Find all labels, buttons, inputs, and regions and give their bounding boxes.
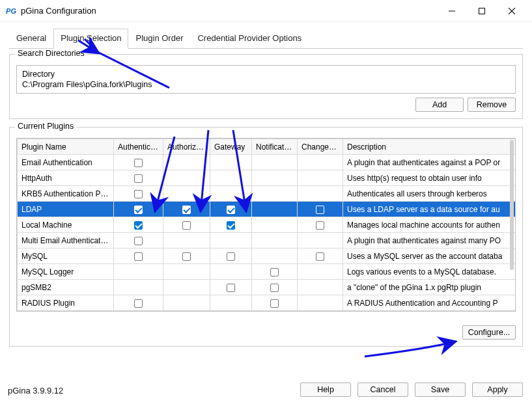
col-description[interactable]: Description [343,139,516,155]
col-change-password[interactable]: Change Password [298,139,343,155]
checkbox-cell[interactable] [163,202,210,217]
checkbox-cell[interactable] [114,264,163,280]
checkbox-cell[interactable] [163,155,210,170]
checkbox[interactable] [270,299,279,308]
checkbox-cell[interactable] [252,233,298,248]
checkbox[interactable] [316,206,324,214]
maximize-button[interactable] [467,1,497,21]
table-row[interactable]: LDAPUses a LDAP server as a data source … [18,202,516,217]
tab-credential-provider-options[interactable]: Credential Provider Options [190,29,309,49]
checkbox-cell[interactable] [298,295,343,311]
checkbox[interactable] [134,252,143,261]
checkbox-cell[interactable] [163,233,210,248]
save-button[interactable]: Save [415,382,466,397]
checkbox-cell[interactable] [163,170,210,186]
checkbox[interactable] [270,284,279,292]
checkbox-cell[interactable] [114,233,163,248]
vertical-scrollbar[interactable] [510,140,514,270]
checkbox-cell[interactable] [252,280,298,295]
checkbox[interactable] [134,174,143,183]
col-plugin-name[interactable]: Plugin Name [18,139,114,155]
checkbox[interactable] [227,252,235,261]
col-gateway[interactable]: Gateway [210,139,252,155]
col-notification[interactable]: Notification [252,139,298,155]
checkbox-cell[interactable] [252,186,298,202]
checkbox-cell[interactable] [252,202,298,217]
checkbox[interactable] [227,284,235,292]
checkbox-cell[interactable] [114,155,163,170]
checkbox[interactable] [134,190,143,198]
configure-button[interactable]: Configure... [462,325,516,340]
minimize-button[interactable] [437,1,467,21]
checkbox[interactable] [227,221,235,230]
checkbox-cell[interactable] [114,248,163,264]
checkbox-cell[interactable] [210,217,252,233]
col-authentication[interactable]: Authentication [114,139,163,155]
directory-list[interactable]: Directory C:\Program Files\pGina.fork\Pl… [16,65,516,94]
checkbox[interactable] [270,268,279,276]
checkbox-cell[interactable] [114,186,163,202]
checkbox-cell[interactable] [114,295,163,311]
cancel-button[interactable]: Cancel [357,382,408,397]
checkbox-cell[interactable] [163,280,210,295]
checkbox-cell[interactable] [114,170,163,186]
checkbox-cell[interactable] [298,155,343,170]
table-row[interactable]: MySQL LoggerLogs various events to a MyS… [18,264,516,280]
add-button[interactable]: Add [415,98,464,112]
checkbox[interactable] [134,237,143,245]
tab-general[interactable]: General [9,29,53,49]
checkbox-cell[interactable] [163,295,210,311]
checkbox[interactable] [134,159,143,167]
checkbox-cell[interactable] [210,295,252,311]
horizontal-scrollbar[interactable] [16,311,516,321]
checkbox[interactable] [134,299,143,308]
checkbox-cell[interactable] [210,233,252,248]
checkbox-cell[interactable] [210,248,252,264]
checkbox-cell[interactable] [298,186,343,202]
checkbox-cell[interactable] [114,280,163,295]
checkbox-cell[interactable] [210,155,252,170]
checkbox-cell[interactable] [163,217,210,233]
checkbox[interactable] [182,206,191,214]
checkbox[interactable] [227,206,235,214]
checkbox-cell[interactable] [252,248,298,264]
checkbox-cell[interactable] [252,295,298,311]
table-row[interactable]: HttpAuthUses http(s) request to obtain u… [18,170,516,186]
checkbox-cell[interactable] [210,186,252,202]
checkbox[interactable] [134,221,143,230]
checkbox-cell[interactable] [298,170,343,186]
checkbox-cell[interactable] [298,280,343,295]
close-button[interactable] [497,1,527,21]
table-row[interactable]: KRB5 Authentication PluginAuthenticates … [18,186,516,202]
checkbox-cell[interactable] [163,248,210,264]
checkbox-cell[interactable] [298,202,343,217]
checkbox-cell[interactable] [114,202,163,217]
remove-button[interactable]: Remove [468,98,516,112]
checkbox[interactable] [316,252,324,261]
table-row[interactable]: RADIUS PluginA RADIUS Authentication and… [18,295,516,311]
table-row[interactable]: MySQLUses a MySQL server as the account … [18,248,516,264]
checkbox[interactable] [134,206,143,214]
checkbox-cell[interactable] [298,264,343,280]
table-row[interactable]: Local MachineManages local machine accou… [18,217,516,233]
checkbox-cell[interactable] [210,280,252,295]
table-row[interactable]: Email AuthenticationA plugin that authen… [18,155,516,170]
checkbox-cell[interactable] [298,217,343,233]
checkbox-cell[interactable] [298,233,343,248]
help-button[interactable]: Help [300,382,351,397]
checkbox-cell[interactable] [210,170,252,186]
checkbox[interactable] [182,252,191,261]
checkbox[interactable] [316,221,324,230]
checkbox-cell[interactable] [252,170,298,186]
checkbox-cell[interactable] [114,217,163,233]
checkbox-cell[interactable] [252,264,298,280]
tab-plugin-order[interactable]: Plugin Order [128,29,190,49]
checkbox-cell[interactable] [210,202,252,217]
checkbox-cell[interactable] [298,248,343,264]
checkbox[interactable] [182,221,191,230]
checkbox-cell[interactable] [252,217,298,233]
apply-button[interactable]: Apply [472,382,523,397]
tab-plugin-selection[interactable]: Plugin Selection [53,29,128,49]
table-row[interactable]: pgSMB2a "clone" of the pGina 1.x pgRtp p… [18,280,516,295]
col-authorization[interactable]: Authorization [163,139,210,155]
